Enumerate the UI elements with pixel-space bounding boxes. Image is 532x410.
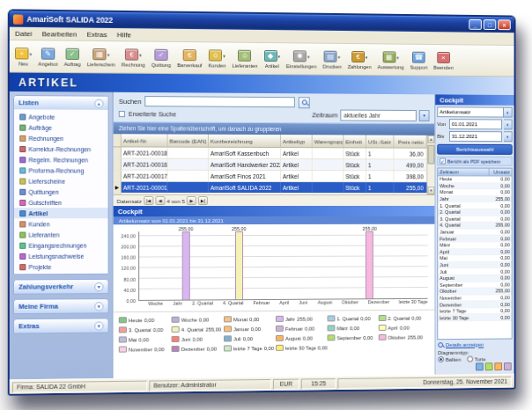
sidebar-item[interactable]: Artikel — [14, 208, 108, 218]
minimize-button[interactable]: _ — [469, 19, 482, 30]
legend-item[interactable]: letzte 7 Tage 0,00 — [224, 343, 276, 354]
period-row[interactable]: letzte 30 Tage 0,00 — [438, 314, 511, 321]
maximize-button[interactable]: □ — [484, 19, 497, 30]
table-row[interactable]: ART-2021-00016 AmariSoft Handwerker 2022… — [114, 159, 427, 172]
legend-item[interactable]: 3. Quartal 0,00 — [119, 325, 172, 335]
chevron-down-icon[interactable]: ▾ — [277, 54, 280, 59]
sidebar-item[interactable]: Rechnungen — [14, 133, 108, 144]
column-header-7[interactable]: USt.-Satz — [366, 135, 394, 149]
sidebar-section[interactable]: Extras ▾ — [14, 318, 108, 333]
legend-item[interactable]: Dezember 0,00 — [172, 343, 224, 354]
toolbar-button[interactable]: × Beenden — [431, 50, 455, 70]
chart-icon[interactable] — [476, 362, 484, 370]
close-button[interactable]: × — [498, 19, 510, 30]
table-icon[interactable] — [485, 362, 493, 370]
sidebar-item[interactable]: Proforma-Rechnung — [14, 165, 108, 175]
toolbar-button[interactable]: ▦ ▾ Lieferschein — [85, 47, 118, 67]
legend-item[interactable]: November 0,00 — [119, 344, 172, 355]
legend-item[interactable]: letzte 30 Tage 0,00 — [276, 342, 328, 353]
legend-item[interactable]: Mai 0,00 — [119, 334, 172, 345]
sidebar-item[interactable]: Korrektur-Rechnungen — [14, 143, 108, 155]
legend-item[interactable]: 1. Quartal 0,00 — [327, 313, 378, 323]
table-row[interactable]: ART-2021-00018 AmariSoft Kassenbuch Arti… — [114, 147, 427, 159]
column-header-4[interactable]: Artikeltyp — [281, 135, 313, 148]
chevron-down-icon[interactable]: ▾ — [419, 110, 430, 121]
toolbar-button[interactable]: ✓ Auftrag — [62, 47, 84, 67]
toolbar-button[interactable]: ✎ Angebot — [35, 47, 60, 67]
legend-item[interactable]: Juni 0,00 — [172, 333, 224, 344]
scrollbar-thumb[interactable] — [428, 145, 435, 165]
period-row[interactable]: 4. Quartal 255,00 — [438, 223, 511, 230]
toolbar-button[interactable]: € ▾ Rechnung — [119, 48, 148, 68]
legend-item[interactable]: August 0,00 — [276, 333, 328, 343]
radio-balken[interactable]: Balken — [438, 356, 461, 362]
legend-item[interactable]: Januar 0,00 — [224, 324, 276, 334]
chevron-down-icon[interactable]: ▾ — [396, 55, 398, 60]
legend-item[interactable]: Monat 0,00 — [224, 314, 276, 324]
sidebar-item[interactable]: Regelm. Rechnungen — [14, 154, 108, 165]
legend-item[interactable]: Februar 0,00 — [276, 323, 328, 333]
period-row[interactable]: 3. Quartal 0,00 — [438, 216, 511, 223]
report-select[interactable]: Artikelumsatz — [437, 106, 504, 117]
menu-item[interactable]: Hilfe — [117, 31, 131, 39]
legend-item[interactable]: Woche 0,00 — [172, 314, 224, 325]
chevron-down-icon[interactable]: ▾ — [139, 52, 142, 57]
toolbar-button[interactable]: € Barverkauf — [174, 48, 204, 67]
chevron-down-icon[interactable]: ▾ — [30, 51, 33, 56]
legend-item[interactable]: April 0,00 — [379, 323, 430, 333]
menu-item[interactable]: Bearbeiten — [42, 30, 78, 39]
toolbar-button[interactable]: ◆ ▾ Artikel — [262, 48, 283, 68]
toolbar-button[interactable]: ☺ ▾ Kunden — [205, 48, 228, 68]
last-record-button[interactable]: ▶| — [198, 196, 208, 205]
toolbar-button[interactable]: + ▾ Neu — [12, 47, 34, 67]
pdf-checkbox[interactable]: ✓ — [440, 158, 446, 165]
toolbar-button[interactable]: ✓ Quittung — [149, 48, 174, 67]
toolbar-button[interactable]: ▤ ▾ Drucken — [320, 49, 344, 69]
column-header-1[interactable]: Artikel-Nr. — [122, 134, 168, 147]
column-header-2[interactable]: Barcode (EAN) — [168, 134, 209, 147]
chevron-down-icon[interactable]: ▾ — [338, 54, 340, 59]
sidebar-item[interactable]: Kunden — [14, 218, 108, 229]
radio-torte[interactable]: Torte — [467, 355, 485, 362]
legend-item[interactable]: Juli 0,00 — [224, 333, 276, 344]
chevron-down-icon[interactable]: ▾ — [94, 321, 103, 330]
column-header-3[interactable]: Kurzbezeichnung — [209, 135, 281, 148]
legend-item[interactable]: Jahr 255,00 — [276, 313, 328, 323]
column-header-8[interactable]: Preis netto — [394, 135, 426, 149]
toolbar-button[interactable]: ▦ ▾ Auswertung — [375, 50, 407, 70]
col-zeitraum[interactable]: Zeitraum — [438, 168, 489, 175]
period-row[interactable]: Heute 0,00 — [438, 176, 511, 183]
legend-item[interactable]: Oktober 255,00 — [379, 332, 430, 341]
first-record-button[interactable]: |◀ — [144, 196, 153, 205]
sidebar-item[interactable]: Gutschriften — [14, 197, 108, 208]
chevron-down-icon[interactable]: ▾ — [307, 54, 309, 59]
chevron-down-icon[interactable]: ▾ — [94, 302, 103, 311]
chevron-down-icon[interactable]: ▾ — [107, 52, 110, 57]
print-icon[interactable] — [494, 362, 502, 370]
sidebar-section[interactable]: Zahlungsverkehr ▾ — [14, 280, 108, 294]
period-row[interactable]: Jahr 255,00 — [438, 196, 511, 203]
period-row[interactable]: Woche 0,00 — [438, 183, 511, 190]
period-row[interactable]: 2. Quartal 0,00 — [438, 209, 511, 216]
sidebar-item[interactable]: Quittungen — [14, 187, 108, 197]
period-select[interactable]: aktuelles Jahr — [340, 109, 416, 121]
table-row[interactable]: ▶ ART-2021-00001 AmariSoft SALIDA 2022 A… — [114, 182, 427, 194]
sidebar-item[interactable]: Lieferscheine — [14, 176, 108, 187]
toolbar-button[interactable]: ☎ Support — [408, 50, 431, 70]
search-input[interactable] — [145, 96, 296, 107]
col-umsatz[interactable]: Umsatz — [490, 169, 512, 176]
table-row[interactable]: ART-2021-00017 AmariSoft Finos 2021 Arti… — [114, 171, 427, 183]
menu-item[interactable]: Extras — [86, 30, 107, 38]
search-button[interactable] — [299, 97, 310, 108]
sidebar-section-listen[interactable]: Listen ▴ — [14, 96, 108, 110]
calendar-dropdown-icon[interactable]: ▾ — [504, 120, 513, 130]
toolbar-button[interactable]: ☺ Lieferanten — [229, 48, 260, 68]
chevron-up-icon[interactable]: ▴ — [94, 99, 103, 107]
pdf-option-row[interactable]: ✓ Bericht als PDF speichern — [437, 157, 512, 166]
sidebar-item[interactable]: Leistungsnachweise — [14, 251, 108, 262]
chevron-down-icon[interactable]: ▾ — [223, 53, 225, 58]
toolbar-button[interactable]: € ▾ Zahlungen — [345, 49, 374, 69]
chevron-down-icon[interactable]: ▾ — [366, 55, 367, 60]
menu-item[interactable]: Datei — [15, 29, 32, 37]
legend-item[interactable]: 2. Quartal 0,00 — [379, 313, 430, 323]
